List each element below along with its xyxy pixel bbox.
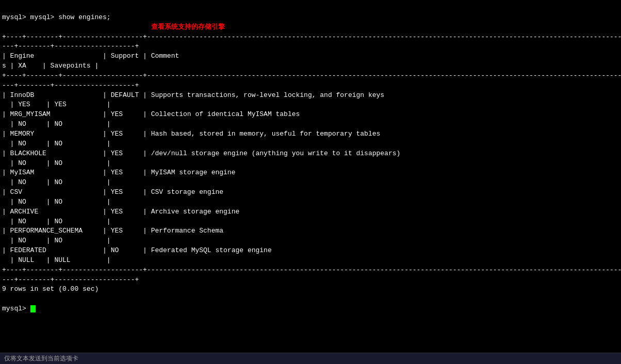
row-archive-1: | ARCHIVE | YES | Archive storage engine… bbox=[2, 208, 621, 216]
row-archive-2: | NO | NO | bbox=[2, 218, 111, 225]
row-csv-2: | NO | NO | bbox=[2, 198, 111, 206]
row-csv-1: | CSV | YES | CSV storage engine | NO bbox=[2, 188, 621, 196]
row-myisam-1: | MyISAM | YES | MyISAM storage engine |… bbox=[2, 169, 621, 176]
row-myisam-2: | NO | NO | bbox=[2, 178, 111, 186]
terminal-cursor bbox=[30, 305, 36, 312]
row-blackhole-2: | NO | NO | bbox=[2, 159, 111, 167]
row-innodb-2: | YES | YES | bbox=[2, 101, 111, 108]
row-blackhole-1: | BLACKHOLE | YES | /dev/null storage en… bbox=[2, 150, 621, 157]
row-fed-2: | NULL | NULL | bbox=[2, 256, 111, 264]
annotation-line: 查看系统支持的存储引擎 bbox=[2, 23, 225, 31]
result-line: 9 rows in set (0.00 sec) bbox=[2, 285, 99, 293]
divider-bottom2: ---+--------+--------------------+ bbox=[2, 276, 139, 284]
status-bar: 仅将文本发送到当前选项卡 bbox=[0, 353, 621, 364]
divider-mid: +----+--------+--------------------+----… bbox=[2, 72, 621, 79]
prompt-line-1: mysql> mysql> show engines; bbox=[2, 13, 111, 21]
row-perf-1: | PERFORMANCE_SCHEMA | YES | Performance… bbox=[2, 227, 621, 235]
divider-mid2: ---+--------+--------------------+ bbox=[2, 81, 139, 89]
row-perf-2: | NO | NO | bbox=[2, 237, 111, 244]
row-innodb-1: | InnoDB | DEFAULT | Supports transactio… bbox=[2, 91, 621, 99]
divider-top2: ---+--------+--------------------+ bbox=[2, 42, 139, 50]
row-fed-1: | FEDERATED | NO | Federated MySQL stora… bbox=[2, 246, 621, 254]
status-text: 仅将文本发送到当前选项卡 bbox=[4, 354, 78, 363]
row-mrg-1: | MRG_MYISAM | YES | Collection of ident… bbox=[2, 110, 621, 118]
header-row-1: | Engine | Support | Comment | Transacti… bbox=[2, 52, 621, 60]
row-memory-2: | NO | NO | bbox=[2, 140, 111, 147]
divider-top: +----+--------+--------------------+----… bbox=[2, 33, 621, 41]
prompt-line-2: mysql> bbox=[2, 305, 36, 312]
row-memory-1: | MEMORY | YES | Hash based, stored in m… bbox=[2, 130, 621, 138]
divider-bottom: +----+--------+--------------------+----… bbox=[2, 266, 621, 274]
terminal-window: mysql> mysql> show engines; 查看系统支持的存储引擎 … bbox=[0, 0, 621, 353]
row-mrg-2: | NO | NO | bbox=[2, 120, 111, 128]
terminal-content: mysql> mysql> show engines; 查看系统支持的存储引擎 … bbox=[0, 2, 621, 325]
header-row-2: s | XA | Savepoints | bbox=[2, 62, 99, 70]
